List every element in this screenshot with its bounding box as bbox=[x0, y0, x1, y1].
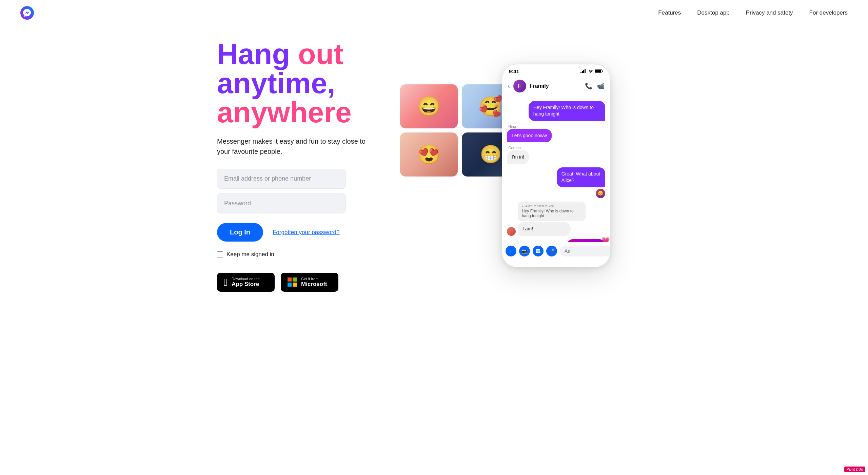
apple-icon:  bbox=[224, 277, 228, 287]
email-input[interactable] bbox=[217, 169, 346, 189]
hero-subtitle: Messenger makes it easy and fun to stay … bbox=[217, 136, 373, 157]
navbar: Features Desktop app Privacy and safety … bbox=[0, 0, 868, 26]
hero-line3: anywhere bbox=[217, 98, 393, 127]
hero-line2: anytime, bbox=[217, 68, 393, 98]
nav-links: Features Desktop app Privacy and safety … bbox=[658, 9, 848, 16]
message-6: Yerp. Love you!! 💗 ❤️ 👩 👨 👩 bbox=[507, 239, 605, 242]
nav-developers[interactable]: For developers bbox=[809, 9, 848, 16]
svg-rect-4 bbox=[585, 69, 586, 73]
hero-title: Hang out anytime, anywhere bbox=[217, 39, 393, 127]
logo[interactable] bbox=[20, 6, 34, 20]
apple-store-label: Download on the bbox=[232, 277, 260, 281]
svg-point-0 bbox=[20, 6, 34, 20]
status-icons bbox=[580, 69, 603, 73]
login-form bbox=[217, 169, 393, 213]
video-thumb-3: 😍 bbox=[400, 132, 458, 177]
msg-bubble-sent-1: Hey Framily! Who is down to hang tonight bbox=[529, 101, 605, 121]
main-container: Hang out anytime, anywhere Messenger mak… bbox=[197, 26, 671, 312]
chat-messages: Hey Framily! Who is down to hang tonight… bbox=[502, 96, 610, 242]
keep-signed-checkbox[interactable] bbox=[217, 251, 223, 257]
svg-rect-6 bbox=[595, 70, 601, 73]
wifi-icon bbox=[588, 69, 593, 73]
right-panel: 😄 🥰 😍 😁 9:41 bbox=[420, 64, 651, 267]
message-1: Hey Framily! Who is down to hang tonight bbox=[507, 101, 605, 121]
group-avatar: F bbox=[513, 80, 526, 92]
mic-icon[interactable]: 🎤 bbox=[546, 246, 557, 256]
chat-input[interactable] bbox=[560, 246, 610, 256]
keep-signed-label[interactable]: Keep me signed in bbox=[226, 251, 274, 258]
msg-bubble-gordon: I'm in! bbox=[507, 150, 529, 164]
microsoft-icon bbox=[288, 277, 297, 287]
microsoft-store-button[interactable]: Get it from Microsoft bbox=[281, 273, 338, 292]
msg-bubble-ning: Let's gooo noww bbox=[507, 129, 552, 143]
message-5: ↩ Alice replied to You Hey Framily! Who … bbox=[507, 202, 605, 236]
app-store-button[interactable]:  Download on the App Store bbox=[217, 273, 275, 292]
message-3: Gordon I'm in! bbox=[507, 146, 605, 164]
alice-avatar: 👱‍♀️ bbox=[596, 189, 605, 198]
nav-desktop-app[interactable]: Desktop app bbox=[697, 9, 729, 16]
phone-status-bar: 9:41 bbox=[502, 64, 610, 77]
video-thumb-1: 😄 bbox=[400, 84, 458, 128]
forgot-password-link[interactable]: Forgotten your password? bbox=[273, 229, 340, 236]
reply-preview: ↩ Alice replied to You Hey Framily! Who … bbox=[518, 202, 586, 221]
svg-rect-2 bbox=[582, 71, 583, 73]
password-input[interactable] bbox=[217, 193, 346, 213]
store-buttons:  Download on the App Store Get it fr bbox=[217, 273, 393, 292]
phone-call-icon[interactable]: 📞 bbox=[585, 82, 592, 90]
msg-bubble-sent-2: Great! What about Alice? bbox=[557, 167, 605, 187]
message-2: Ning Let's gooo noww bbox=[507, 124, 605, 143]
group-name: Framily bbox=[530, 83, 581, 89]
hero-word-out: out bbox=[298, 38, 343, 70]
message-4: Great! What about Alice? 👱‍♀️ bbox=[507, 167, 605, 198]
msg-bubble-sent-3: Yerp. Love you!! 💗 ❤️ bbox=[567, 239, 605, 242]
ms-store-label: Get it from bbox=[301, 277, 327, 281]
chat-header: ‹ F Framily 📞 📹 bbox=[502, 77, 610, 96]
nav-privacy-safety[interactable]: Privacy and safety bbox=[746, 9, 793, 16]
apple-store-name: App Store bbox=[232, 281, 260, 288]
action-row: Log In Forgotten your password? bbox=[217, 223, 393, 242]
video-call-icon[interactable]: 📹 bbox=[597, 82, 605, 90]
paint-badge: Paint 2 Us bbox=[844, 467, 865, 472]
svg-rect-1 bbox=[580, 72, 581, 73]
msg-bubble-alice: I am! bbox=[518, 222, 571, 236]
sender-gordon: Gordon bbox=[507, 146, 605, 150]
camera-icon[interactable]: 📷 bbox=[519, 246, 530, 256]
sender-ning: Ning bbox=[507, 124, 605, 128]
svg-rect-7 bbox=[603, 70, 603, 72]
photo-icon[interactable]: 🖼 bbox=[533, 246, 544, 256]
login-button[interactable]: Log In bbox=[217, 223, 263, 242]
hero-word-hang: Hang bbox=[217, 38, 290, 70]
phone-mockup: 9:41 bbox=[502, 64, 610, 267]
svg-rect-3 bbox=[583, 70, 584, 73]
back-button[interactable]: ‹ bbox=[508, 82, 510, 90]
keep-signed-row: Keep me signed in bbox=[217, 251, 393, 258]
ms-store-name: Microsoft bbox=[301, 281, 327, 288]
alice-mini-avatar bbox=[507, 227, 516, 236]
chat-input-bar: + 📷 🖼 🎤 🙂 👍 bbox=[502, 242, 610, 260]
left-panel: Hang out anytime, anywhere Messenger mak… bbox=[217, 39, 393, 292]
status-time: 9:41 bbox=[509, 68, 519, 74]
signal-icon bbox=[580, 69, 587, 73]
battery-icon bbox=[595, 69, 603, 73]
nav-features[interactable]: Features bbox=[658, 9, 681, 16]
add-icon[interactable]: + bbox=[506, 246, 516, 256]
header-actions: 📞 📹 bbox=[585, 82, 605, 90]
